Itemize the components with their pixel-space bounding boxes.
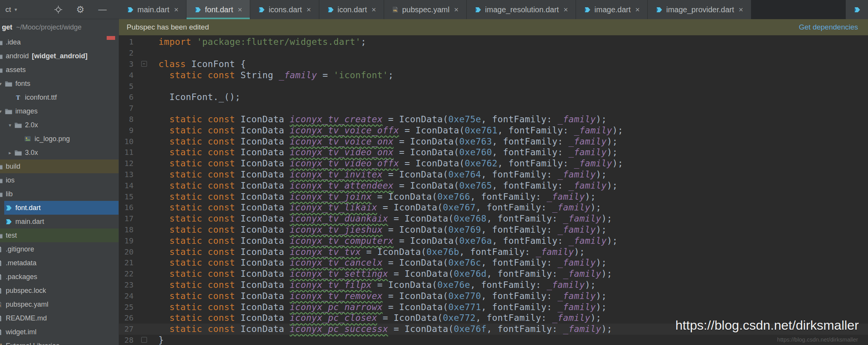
tree-item-ios[interactable]: ios: [0, 173, 119, 187]
code-line-7[interactable]: 7: [119, 103, 868, 114]
line-number: 21: [119, 258, 138, 267]
locate-file-icon[interactable]: [54, 6, 62, 13]
close-icon[interactable]: ×: [307, 5, 311, 14]
gear-icon[interactable]: ⚙: [76, 5, 84, 14]
line-number: 2: [119, 48, 138, 58]
code-line-18[interactable]: 18 static const IconData iconyx_tv_jiesh…: [119, 224, 868, 235]
code-line-17[interactable]: 17 static const IconData iconyx_tv_duank…: [119, 213, 868, 224]
tree-item-font.dart[interactable]: font.dart: [4, 201, 119, 215]
code-line-19[interactable]: 19 static const IconData iconyx_tv_compu…: [119, 235, 868, 246]
code-text: static const IconData iconyx_tv_video_on…: [150, 147, 618, 157]
tree-item-android[interactable]: android[widget_android]: [0, 49, 119, 63]
tree-item-ic_logo.png[interactable]: ic_logo.png: [23, 132, 119, 146]
code-line-12[interactable]: 12 static const IconData iconyx_tv_video…: [119, 158, 868, 169]
tab-font.dart[interactable]: font.dart×: [186, 0, 250, 19]
code-line-23[interactable]: 23 static const IconData iconyx_tv_filpx…: [119, 279, 868, 291]
close-icon[interactable]: ×: [174, 5, 178, 14]
line-number: 26: [119, 313, 138, 322]
chevron-expanded-icon[interactable]: ▾: [0, 108, 4, 114]
tree-item-.gitignore[interactable]: .gitignore: [0, 242, 119, 256]
hide-panel-icon[interactable]: —: [98, 5, 107, 14]
tree-item-README.md[interactable]: README.md: [0, 311, 119, 325]
code-area[interactable]: 1import 'package:flutter/widgets.dart';2…: [119, 35, 868, 345]
code-line-11[interactable]: 11 static const IconData iconyx_tv_video…: [119, 147, 868, 158]
tree-item-iconfont.ttf[interactable]: Ticonfont.ttf: [14, 90, 119, 104]
chevron-collapsed-icon[interactable]: ▸: [6, 150, 14, 156]
project-selector-label: ct: [5, 5, 11, 14]
chevron-expanded-icon[interactable]: ▾: [0, 81, 4, 87]
line-number: 11: [119, 148, 138, 157]
code-line-5[interactable]: 5: [119, 80, 868, 92]
tab-label: icon.dart: [338, 5, 367, 14]
code-line-10[interactable]: 10 static const IconData iconyx_tv_voice…: [119, 136, 868, 147]
get-dependencies-link[interactable]: Get dependencies: [799, 23, 858, 31]
image-file-icon: [23, 135, 32, 143]
tree-item-fonts[interactable]: ▾fonts: [0, 77, 119, 90]
tab-image_resolution.dart[interactable]: image_resolution.dart×: [467, 0, 576, 19]
tree-item-lib[interactable]: lib: [0, 187, 119, 201]
tab-icon.dart[interactable]: icon.dart×: [319, 0, 384, 19]
code-line-28[interactable]: 28}: [119, 335, 868, 345]
tree-item-External Libraries[interactable]: External Libraries: [0, 339, 119, 345]
code-line-21[interactable]: 21 static const IconData iconyx_tv_cance…: [119, 257, 868, 268]
close-icon[interactable]: ×: [739, 5, 743, 14]
code-line-2[interactable]: 2: [119, 48, 868, 59]
line-number: 1: [119, 37, 138, 46]
code-line-3[interactable]: 3−class IconFont {: [119, 59, 868, 70]
tree-item-main.dart[interactable]: main.dart: [4, 215, 119, 228]
code-line-8[interactable]: 8 static const IconData iconyx_tv_create…: [119, 114, 868, 125]
tree-item-label: fonts: [15, 80, 30, 88]
code-line-4[interactable]: 4 static const String _family = 'iconfon…: [119, 69, 868, 80]
file-icon: [0, 287, 3, 294]
tree-item-images[interactable]: ▾images: [0, 104, 119, 118]
code-line-15[interactable]: 15 static const IconData iconyx_tv_joinx…: [119, 191, 868, 202]
project-root-item[interactable]: get ~/Mooc/project/widge: [0, 19, 119, 35]
close-icon[interactable]: ×: [563, 5, 568, 14]
tree-item-pubspec.yaml[interactable]: YMLpubspec.yaml: [0, 297, 119, 311]
code-line-22[interactable]: 22 static const IconData iconyx_tv_setti…: [119, 268, 868, 279]
file-icon: [0, 273, 3, 281]
tree-item-pubspec.lock[interactable]: pubspec.lock: [0, 284, 119, 297]
code-line-9[interactable]: 9 static const IconData iconyx_tv_voice_…: [119, 125, 868, 136]
tree-item-.idea[interactable]: .idea: [0, 35, 119, 49]
line-number: 12: [119, 159, 138, 168]
code-line-13[interactable]: 13 static const IconData iconyx_tv_invit…: [119, 169, 868, 180]
tree-item-widget.iml[interactable]: widget.iml: [0, 325, 119, 339]
tree-item-label: .idea: [6, 38, 21, 46]
dart-icon: [474, 6, 482, 13]
tree-item-.packages[interactable]: .packages: [0, 270, 119, 284]
project-view-selector[interactable]: ct ▼: [5, 5, 18, 14]
close-icon[interactable]: ×: [454, 5, 459, 14]
top-bar: ct ▼ ⚙— main.dart×font.dart×icons.dart×i…: [0, 0, 868, 19]
line-number: 18: [119, 225, 138, 234]
tree-item-assets[interactable]: assets: [0, 63, 119, 77]
fold-marker[interactable]: −: [141, 61, 147, 67]
tree-item-3.0x[interactable]: ▸3.0x: [6, 146, 119, 159]
code-line-20[interactable]: 20 static const IconData iconyx_tv_tvx =…: [119, 246, 868, 257]
code-line-1[interactable]: 1import 'package:flutter/widgets.dart';: [119, 36, 868, 48]
tab-clipped[interactable]: [846, 0, 868, 19]
tab-image_provider.dart[interactable]: image_provider.dart×: [648, 0, 751, 19]
close-icon[interactable]: ×: [238, 5, 242, 14]
code-text: IconFont._();: [150, 92, 241, 102]
tree-item-label: build: [6, 163, 20, 171]
tab-main.dart[interactable]: main.dart×: [119, 0, 186, 19]
chevron-expanded-icon[interactable]: ▾: [6, 122, 14, 128]
code-line-25[interactable]: 25 static const IconData iconyx_pc_narro…: [119, 301, 868, 312]
tree-item-2.0x[interactable]: ▾2.0x: [6, 118, 119, 132]
tab-image.dart[interactable]: image.dart×: [576, 0, 648, 19]
fold-marker[interactable]: [141, 337, 147, 343]
tree-item-.metadata[interactable]: .metadata: [0, 256, 119, 270]
tab-pubspec.yaml[interactable]: YMLpubspec.yaml×: [384, 0, 467, 19]
code-line-16[interactable]: 16 static const IconData iconyx_tv_likai…: [119, 202, 868, 213]
code-line-24[interactable]: 24 static const IconData iconyx_tv_remov…: [119, 290, 868, 301]
tree-item-test[interactable]: test: [0, 228, 119, 242]
close-icon[interactable]: ×: [371, 5, 376, 14]
tree-item-label: assets: [6, 66, 26, 74]
tab-icons.dart[interactable]: icons.dart×: [250, 0, 319, 19]
close-icon[interactable]: ×: [635, 5, 640, 14]
code-line-6[interactable]: 6 IconFont._();: [119, 92, 868, 103]
tree-item-build[interactable]: build: [0, 159, 119, 173]
code-line-14[interactable]: 14 static const IconData iconyx_tv_atten…: [119, 180, 868, 191]
project-root-path: ~/Mooc/project/widge: [16, 23, 82, 31]
